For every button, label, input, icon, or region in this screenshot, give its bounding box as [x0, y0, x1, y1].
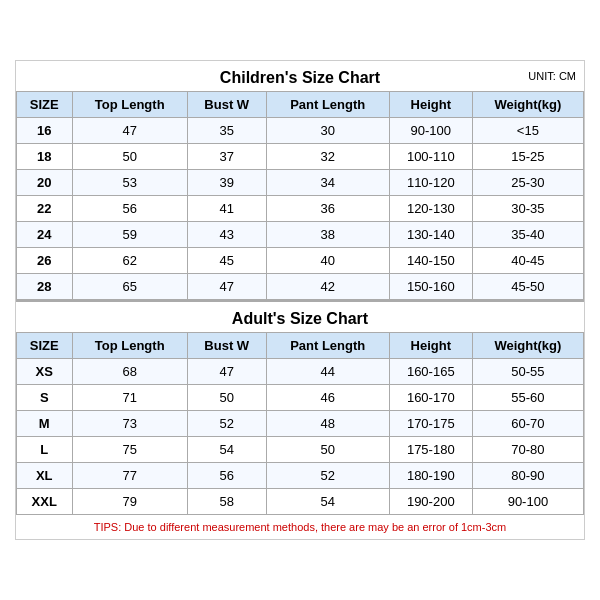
tips-text: TIPS: Due to different measurement metho… — [16, 515, 584, 539]
table-row: 20533934110-12025-30 — [17, 170, 584, 196]
table-row: 28654742150-16045-50 — [17, 274, 584, 300]
adult-col-weight: Weight(kg) — [472, 333, 583, 359]
table-row: 22564136120-13030-35 — [17, 196, 584, 222]
table-row: S715046160-17055-60 — [17, 385, 584, 411]
col-weight: Weight(kg) — [472, 92, 583, 118]
size-chart-container: Children's Size Chart UNIT: CM SIZE Top … — [15, 60, 585, 540]
children-title-row: Children's Size Chart UNIT: CM — [16, 61, 584, 91]
table-row: XXL795854190-20090-100 — [17, 489, 584, 515]
col-pant-length: Pant Length — [266, 92, 389, 118]
table-row: 18503732100-11015-25 — [17, 144, 584, 170]
adult-title-row: Adult's Size Chart — [16, 300, 584, 332]
table-row: 1647353090-100<15 — [17, 118, 584, 144]
children-table: SIZE Top Length Bust W Pant Length Heigh… — [16, 91, 584, 300]
adult-title: Adult's Size Chart — [232, 310, 368, 327]
children-title: Children's Size Chart — [220, 69, 380, 86]
table-row: XL775652180-19080-90 — [17, 463, 584, 489]
adult-table: SIZE Top Length Bust W Pant Length Heigh… — [16, 332, 584, 515]
unit-label: UNIT: CM — [528, 70, 576, 82]
adult-col-bust-w: Bust W — [187, 333, 266, 359]
table-row: 24594338130-14035-40 — [17, 222, 584, 248]
table-row: M735248170-17560-70 — [17, 411, 584, 437]
adult-col-height: Height — [389, 333, 472, 359]
col-bust-w: Bust W — [187, 92, 266, 118]
table-row: XS684744160-16550-55 — [17, 359, 584, 385]
adult-col-top-length: Top Length — [72, 333, 187, 359]
adult-header-row: SIZE Top Length Bust W Pant Length Heigh… — [17, 333, 584, 359]
adult-col-pant-length: Pant Length — [266, 333, 389, 359]
children-header-row: SIZE Top Length Bust W Pant Length Heigh… — [17, 92, 584, 118]
adult-col-size: SIZE — [17, 333, 73, 359]
col-top-length: Top Length — [72, 92, 187, 118]
table-row: L755450175-18070-80 — [17, 437, 584, 463]
table-row: 26624540140-15040-45 — [17, 248, 584, 274]
col-size: SIZE — [17, 92, 73, 118]
col-height: Height — [389, 92, 472, 118]
